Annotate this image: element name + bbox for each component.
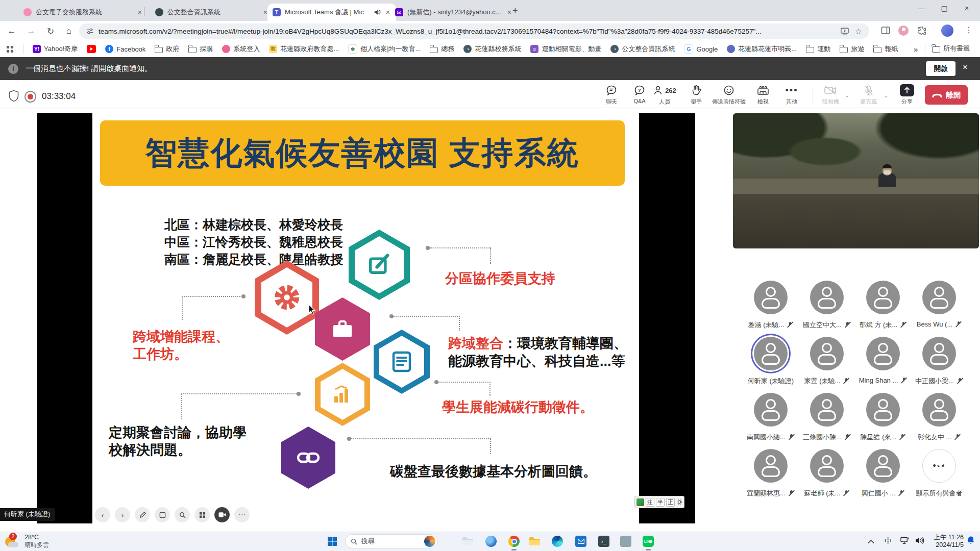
taskbar-browser2-icon[interactable] [484,534,498,548]
tray-volume-icon[interactable] [915,537,924,546]
taskbar-mail-icon[interactable] [574,534,588,548]
bookmark-facebook[interactable]: fFacebook [105,45,145,53]
taskbar-search-box[interactable]: 搜尋 [345,534,438,548]
bookmark-folder-travel[interactable]: 旅遊 [840,44,864,54]
taskbar-file-explorer-icon[interactable] [527,534,542,548]
participant-tile[interactable]: 興仁國小 ... [855,449,911,498]
window-close-button[interactable]: × [955,0,978,16]
participant-tile[interactable]: 宜蘭縣林惠... [743,449,798,498]
taskbar-line-icon[interactable]: LINE [641,534,655,548]
participant-tile[interactable]: 彰化女中 ... [912,393,967,442]
bookmark-google[interactable]: GGoogle [684,44,718,54]
taskbar-edge-icon[interactable] [550,534,565,548]
participant-tile[interactable]: Ming Shan ... [855,337,911,384]
tray-clock[interactable]: 上午 11:26 2024/11/5 [932,534,964,549]
participant-tile[interactable]: 陳星皓 (來... [855,393,911,442]
start-button[interactable] [325,534,339,548]
bookmark-folder-news[interactable]: 報紙 [873,44,898,54]
apps-grid-icon[interactable] [6,45,14,53]
bookmark-youtube[interactable] [87,45,96,53]
bookmark-folder-gov[interactable]: 政府 [155,44,179,54]
ime-zhuyin-button[interactable]: 注 [646,498,654,507]
tray-notification-bell-icon[interactable] [967,536,975,546]
tab-doc-info[interactable]: 公文整合資訊系統 × [150,4,274,21]
bookmark-edu-bureau[interactable]: 教花蓮縣政府教育處... [269,44,339,54]
install-app-icon[interactable] [841,28,849,35]
slide-camera-button[interactable] [214,507,230,522]
address-bar[interactable]: teams.microsoft.com/v2/?meetingjoin=true… [79,23,869,39]
new-tab-button[interactable]: + [512,6,518,16]
slide-shapes-button[interactable] [155,507,170,522]
share-button[interactable]: 分享 [887,84,927,106]
participant-tile[interactable]: 雅涵 (未驗... [743,281,798,330]
search-highlight-image[interactable] [424,536,435,547]
bookmark-junyi[interactable]: ✽個人檔案|均一教育... [348,44,421,54]
leave-button[interactable]: 離開 [925,85,968,105]
participant-tile-active[interactable]: 何昕家 (未驗證) [743,337,798,386]
bookmarks-overflow-button[interactable]: » [914,45,918,54]
slide-next-button[interactable]: › [115,507,130,522]
ime-punct-button[interactable]: 正 [666,498,675,507]
forward-button[interactable]: → [24,24,38,38]
tab-audio-icon[interactable] [374,9,381,16]
taskbar-weather-widget[interactable]: 2 28°C 晴時多雲 [4,534,49,549]
slide-grid-button[interactable] [194,507,210,522]
browser-menu-icon[interactable]: ⋮ [965,25,973,35]
site-settings-icon[interactable] [86,28,93,35]
tray-network-icon[interactable] [900,537,909,546]
bookmark-system-login[interactable]: 系統登入 [222,44,260,54]
taskbar-chrome-icon[interactable] [507,534,521,548]
taskbar-dark-app-icon[interactable]: ›_ [597,534,611,548]
profile-avatar[interactable] [941,24,953,37]
tab-close-icon[interactable]: × [137,8,143,16]
participant-tile[interactable]: 家萱 (未驗... [799,337,854,386]
participant-tile[interactable]: 國立空中大... [799,281,854,330]
participant-tile[interactable]: Bess Wu (... [912,281,967,328]
bookmark-folder-general[interactable]: 總務 [430,44,454,54]
more-options-button[interactable]: ••• 其他 [771,84,812,106]
participant-tile[interactable]: 三條國小陳... [799,393,854,442]
tab-close-icon[interactable]: × [506,8,512,16]
reload-button[interactable]: ↻ [44,24,57,38]
show-all-participants-button[interactable]: ••• 顯示所有與會者 [912,449,967,498]
notification-close-icon[interactable]: × [963,62,968,72]
home-button[interactable]: ⌂ [62,24,76,38]
tray-show-hidden-icons[interactable] [868,537,874,545]
bookmark-yahoo[interactable]: Y!Yahoo!奇摩 [33,44,78,54]
bookmark-sports-media[interactable]: ≡運動相關電影、動畫 [530,44,601,54]
tab-teams-meeting[interactable]: T Microsoft Teams 會議 | Mic × [267,4,396,21]
bookmark-doc-system[interactable]: ◔公文整合資訊系統 [610,44,675,54]
slide-search-button[interactable] [175,507,190,522]
speaker-video-tile[interactable] [733,113,979,248]
slide-prev-button[interactable]: ‹ [95,507,110,522]
mic-button[interactable]: 麥克風 [848,84,889,106]
tab-yahoo-mail[interactable]: ✉ (無新信) - sinly1234@yahoo.c... × [390,4,518,21]
participant-tile[interactable]: 蘇老師 (未... [799,449,854,498]
ime-shape-button[interactable]: 半 [656,498,665,507]
bookmark-folder-sports[interactable]: 運動 [806,44,830,54]
back-button[interactable]: ← [5,24,18,38]
ime-settings-icon[interactable] [676,499,682,505]
participant-tile[interactable]: 郁斌 方 (未... [855,281,911,330]
taskbar-gray-app-icon[interactable] [619,534,633,548]
bookmark-folder-procurement[interactable]: 採購 [188,44,213,54]
extensions-puzzle-icon[interactable] [917,26,926,35]
participant-tile[interactable]: 南興國小總... [743,393,798,442]
slide-more-button[interactable]: ⋯ [234,507,250,522]
bookmark-star-icon[interactable]: ☆ [855,27,862,36]
slide-pen-button[interactable] [135,507,150,522]
extension-user-icon[interactable] [898,26,909,36]
participant-tile[interactable]: 中正國小梁... [912,337,967,386]
bookmark-school-system[interactable]: ◔花蓮縣校務系統 [463,44,521,54]
ime-language-bar[interactable]: 注 半 正 [634,496,684,508]
window-maximize-button[interactable]: ▢ [933,0,955,16]
bookmark-mingyi[interactable]: 花蓮縣花蓮市明義... [727,44,797,54]
side-panel-icon[interactable] [881,26,890,35]
tab-doc-exchange[interactable]: 公文電子交換服務系統 × [18,4,148,21]
all-bookmarks-button[interactable]: 所有書籤 [932,44,970,53]
ime-mode-icon[interactable] [636,498,644,506]
taskbar-folder-icon[interactable] [460,534,475,548]
window-minimize-button[interactable]: — [911,0,933,16]
tray-ime-indicator[interactable]: 中 [885,536,892,546]
enable-notifications-button[interactable]: 開啟 [926,61,955,76]
